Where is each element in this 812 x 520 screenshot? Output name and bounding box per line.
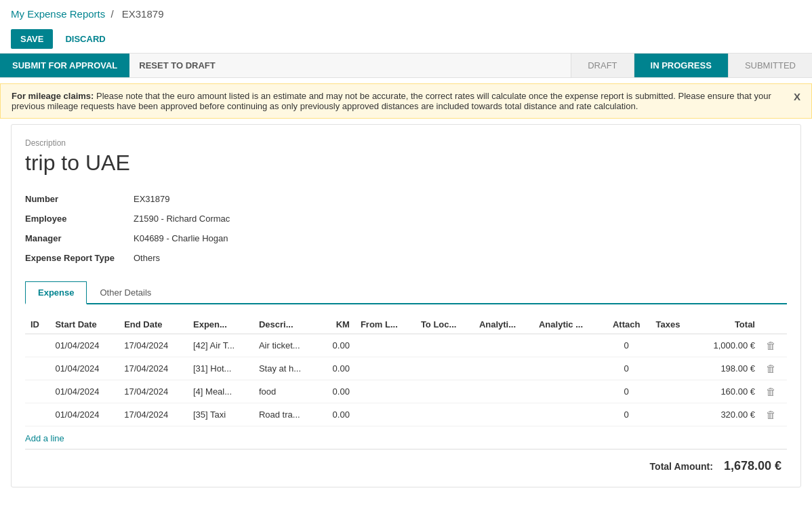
cell-start-date: 01/04/2024 [49, 380, 119, 403]
cell-total: 1,000.00 € [695, 334, 760, 357]
col-actions [760, 315, 787, 334]
cell-to-loc [415, 334, 474, 357]
cell-taxes [651, 357, 695, 380]
cell-id [25, 380, 49, 403]
cell-delete[interactable]: 🗑 [760, 357, 787, 380]
table-row[interactable]: 01/04/2024 17/04/2024 [35] Taxi Road tra… [25, 403, 787, 426]
cell-taxes [651, 380, 695, 403]
delete-row-button[interactable]: 🗑 [766, 340, 776, 351]
col-attach: Attach [603, 315, 651, 334]
table-row[interactable]: 01/04/2024 17/04/2024 [4] Meal... food 0… [25, 380, 787, 403]
field-manager-value: K04689 - Charlie Hogan [134, 231, 787, 245]
breadcrumb-parent[interactable]: My Expense Reports [11, 8, 105, 20]
col-start-date: Start Date [49, 315, 119, 334]
field-number-value: EX31879 [134, 192, 787, 206]
delete-row-button[interactable]: 🗑 [766, 363, 776, 374]
cell-start-date: 01/04/2024 [49, 403, 119, 426]
cell-to-loc [415, 357, 474, 380]
cell-id [25, 357, 49, 380]
submit-for-approval-button[interactable]: SUBMIT FOR APPROVAL [0, 54, 129, 77]
cell-expense: [35] Taxi [188, 403, 253, 426]
cell-analytic1 [474, 334, 533, 357]
main-form: Description trip to UAE Number EX31879 E… [11, 124, 801, 487]
col-km: KM [320, 315, 355, 334]
cell-analytic2 [533, 334, 603, 357]
cell-total: 160.00 € [695, 380, 760, 403]
alert-bold: For mileage claims: [12, 91, 94, 101]
col-analytic2: Analytic ... [533, 315, 603, 334]
field-expense-report-type-label: Expense Report Type [25, 251, 134, 265]
breadcrumb-separator: / [110, 8, 113, 20]
status-steps: DRAFT IN PROGRESS SUBMITTED [571, 54, 812, 77]
cell-to-loc [415, 403, 474, 426]
meta-grid: Number EX31879 Employee Z1590 - Richard … [25, 192, 787, 265]
col-taxes: Taxes [651, 315, 695, 334]
cell-end-date: 17/04/2024 [119, 334, 188, 357]
col-expense: Expen... [188, 315, 253, 334]
discard-button[interactable]: DISCARD [58, 29, 112, 49]
field-number-label: Number [25, 192, 134, 206]
description-label: Description [25, 138, 787, 148]
cell-id [25, 403, 49, 426]
tab-other-details[interactable]: Other Details [87, 281, 164, 304]
total-row: Total Amount: 1,678.00 € [25, 449, 787, 473]
cell-description: Stay at h... [253, 357, 320, 380]
cell-to-loc [415, 380, 474, 403]
add-line-button[interactable]: Add a line [25, 433, 64, 443]
total-label: Total Amount: [650, 461, 713, 472]
field-employee-label: Employee [25, 212, 134, 226]
field-employee-value: Z1590 - Richard Cormac [134, 212, 787, 226]
cell-analytic1 [474, 380, 533, 403]
save-button[interactable]: SAVE [11, 29, 53, 49]
table-row[interactable]: 01/04/2024 17/04/2024 [31] Hot... Stay a… [25, 357, 787, 380]
cell-analytic2 [533, 380, 603, 403]
col-total: Total [695, 315, 760, 334]
cell-end-date: 17/04/2024 [119, 357, 188, 380]
cell-total: 198.00 € [695, 357, 760, 380]
status-submitted: SUBMITTED [728, 54, 812, 77]
cell-delete[interactable]: 🗑 [760, 403, 787, 426]
cell-analytic2 [533, 403, 603, 426]
cell-km: 0.00 [320, 357, 355, 380]
cell-start-date: 01/04/2024 [49, 357, 119, 380]
alert-banner: For mileage claims: Please note that the… [0, 83, 812, 119]
report-title[interactable]: trip to UAE [25, 151, 787, 176]
cell-delete[interactable]: 🗑 [760, 334, 787, 357]
delete-row-button[interactable]: 🗑 [766, 386, 776, 397]
cell-taxes [651, 334, 695, 357]
col-from-loc: From L... [355, 315, 415, 334]
cell-attach: 0 [603, 380, 651, 403]
reset-to-draft-button[interactable]: RESET TO DRAFT [129, 54, 224, 77]
cell-attach: 0 [603, 403, 651, 426]
delete-row-button[interactable]: 🗑 [766, 409, 776, 420]
col-description: Descri... [253, 315, 320, 334]
tab-expense[interactable]: Expense [25, 281, 87, 304]
alert-message: Please note that the euro amount listed … [12, 91, 771, 111]
cell-from-loc [355, 357, 415, 380]
cell-analytic2 [533, 357, 603, 380]
cell-end-date: 17/04/2024 [119, 403, 188, 426]
cell-expense: [31] Hot... [188, 357, 253, 380]
breadcrumb-current: EX31879 [122, 8, 164, 20]
cell-analytic1 [474, 357, 533, 380]
field-manager-label: Manager [25, 231, 134, 245]
expense-table: ID Start Date End Date Expen... Descri..… [25, 315, 787, 426]
field-expense-report-type-value: Others [134, 251, 787, 265]
cell-description: food [253, 380, 320, 403]
alert-close-button[interactable]: X [794, 91, 800, 102]
status-bar: SUBMIT FOR APPROVAL RESET TO DRAFT DRAFT… [0, 53, 812, 78]
cell-start-date: 01/04/2024 [49, 334, 119, 357]
table-row[interactable]: 01/04/2024 17/04/2024 [42] Air T... Air … [25, 334, 787, 357]
cell-expense: [4] Meal... [188, 380, 253, 403]
status-draft: DRAFT [571, 54, 633, 77]
cell-total: 320.00 € [695, 403, 760, 426]
cell-delete[interactable]: 🗑 [760, 380, 787, 403]
cell-id [25, 334, 49, 357]
cell-km: 0.00 [320, 380, 355, 403]
cell-attach: 0 [603, 334, 651, 357]
col-end-date: End Date [119, 315, 188, 334]
cell-analytic1 [474, 403, 533, 426]
cell-expense: [42] Air T... [188, 334, 253, 357]
toolbar: SAVE DISCARD [0, 25, 812, 53]
cell-from-loc [355, 403, 415, 426]
